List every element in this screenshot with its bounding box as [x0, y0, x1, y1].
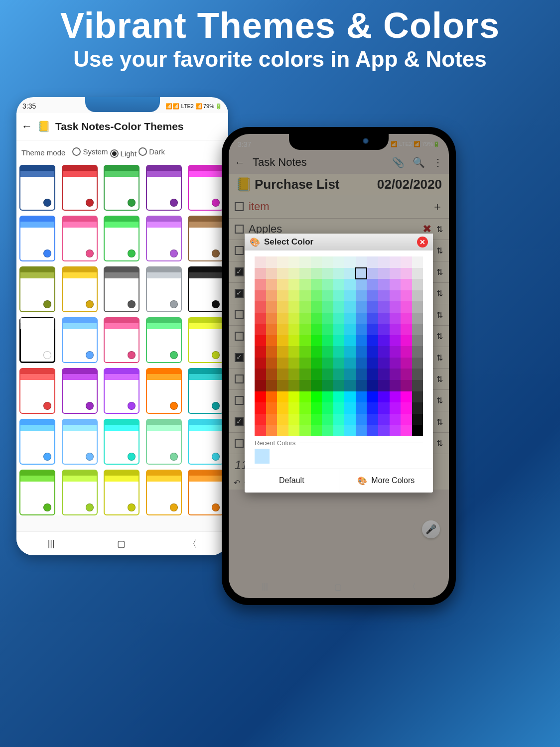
color-swatch[interactable]: [367, 369, 378, 380]
color-swatch[interactable]: [288, 391, 300, 403]
color-swatch[interactable]: [322, 313, 333, 324]
color-swatch[interactable]: [367, 335, 378, 347]
theme-card[interactable]: [104, 470, 140, 515]
theme-mode-radio[interactable]: System: [72, 147, 108, 156]
nav-home-icon[interactable]: ▢: [117, 538, 126, 549]
color-swatch[interactable]: [401, 268, 412, 279]
theme-card[interactable]: [19, 266, 55, 312]
color-swatch[interactable]: [412, 290, 423, 302]
color-swatch[interactable]: [288, 380, 300, 391]
color-swatch[interactable]: [277, 391, 288, 403]
color-swatch[interactable]: [277, 256, 288, 268]
color-swatch[interactable]: [344, 324, 356, 335]
color-swatch[interactable]: [311, 279, 322, 290]
color-swatch[interactable]: [266, 268, 278, 279]
color-swatch[interactable]: [356, 369, 367, 380]
color-swatch[interactable]: [401, 402, 412, 414]
color-swatch[interactable]: [344, 391, 356, 403]
color-swatch[interactable]: [288, 256, 300, 268]
color-swatch[interactable]: [367, 402, 378, 414]
color-swatch[interactable]: [322, 391, 333, 403]
color-swatch[interactable]: [322, 279, 333, 290]
color-swatch[interactable]: [378, 324, 390, 335]
color-swatch[interactable]: [311, 335, 322, 347]
color-swatch[interactable]: [401, 358, 412, 369]
color-swatch[interactable]: [356, 391, 367, 403]
color-swatch[interactable]: [311, 346, 322, 358]
color-swatch[interactable]: [378, 346, 390, 358]
color-swatch[interactable]: [333, 380, 345, 391]
color-swatch[interactable]: [288, 414, 300, 425]
color-swatch[interactable]: [367, 425, 378, 436]
color-swatch[interactable]: [412, 301, 423, 313]
color-swatch[interactable]: [333, 268, 345, 279]
color-swatch[interactable]: [344, 369, 356, 380]
color-swatch[interactable]: [367, 324, 378, 335]
color-swatch[interactable]: [390, 290, 401, 302]
color-swatch[interactable]: [299, 402, 311, 414]
color-swatch[interactable]: [299, 324, 311, 335]
color-swatch[interactable]: [311, 313, 322, 324]
color-swatch[interactable]: [356, 346, 367, 358]
color-swatch[interactable]: [344, 301, 356, 313]
color-swatch[interactable]: [401, 380, 412, 391]
color-swatch[interactable]: [367, 279, 378, 290]
color-swatch[interactable]: [277, 414, 288, 425]
color-swatch[interactable]: [378, 290, 390, 302]
color-swatch[interactable]: [390, 391, 401, 403]
color-swatch[interactable]: [288, 346, 300, 358]
color-swatch[interactable]: [255, 301, 266, 313]
color-swatch[interactable]: [356, 279, 367, 290]
color-swatch[interactable]: [367, 290, 378, 302]
color-swatch[interactable]: [401, 346, 412, 358]
color-swatch[interactable]: [412, 402, 423, 414]
color-swatch[interactable]: [333, 335, 345, 347]
color-swatch[interactable]: [277, 301, 288, 313]
color-swatch[interactable]: [367, 346, 378, 358]
color-swatch[interactable]: [356, 358, 367, 369]
color-swatch[interactable]: [255, 290, 266, 302]
theme-card[interactable]: [146, 419, 182, 465]
nav-back-icon[interactable]: 〈: [188, 538, 197, 550]
color-swatch[interactable]: [401, 301, 412, 313]
color-swatch[interactable]: [299, 414, 311, 425]
color-swatch[interactable]: [299, 358, 311, 369]
color-swatch[interactable]: [322, 256, 333, 268]
color-swatch[interactable]: [266, 313, 278, 324]
color-swatch[interactable]: [255, 414, 266, 425]
color-swatch[interactable]: [266, 369, 278, 380]
color-swatch[interactable]: [288, 279, 300, 290]
color-swatch[interactable]: [356, 402, 367, 414]
color-swatch[interactable]: [299, 425, 311, 436]
color-swatch[interactable]: [412, 268, 423, 279]
color-swatch[interactable]: [356, 290, 367, 302]
color-swatch[interactable]: [288, 402, 300, 414]
theme-card[interactable]: [146, 317, 182, 363]
color-swatch[interactable]: [356, 324, 367, 335]
color-swatch[interactable]: [378, 380, 390, 391]
color-swatch[interactable]: [311, 369, 322, 380]
color-swatch[interactable]: [367, 358, 378, 369]
color-swatch[interactable]: [333, 414, 345, 425]
color-swatch[interactable]: [333, 346, 345, 358]
color-swatch[interactable]: [311, 402, 322, 414]
color-swatch[interactable]: [401, 414, 412, 425]
color-swatch[interactable]: [266, 414, 278, 425]
theme-card[interactable]: [104, 419, 140, 465]
color-swatch[interactable]: [333, 358, 345, 369]
color-swatch[interactable]: [322, 358, 333, 369]
color-swatch[interactable]: [333, 301, 345, 313]
color-swatch[interactable]: [412, 335, 423, 347]
color-swatch[interactable]: [322, 369, 333, 380]
color-swatch[interactable]: [299, 346, 311, 358]
color-swatch[interactable]: [344, 313, 356, 324]
color-swatch[interactable]: [356, 335, 367, 347]
color-swatch[interactable]: [277, 402, 288, 414]
theme-card[interactable]: [19, 317, 55, 363]
theme-card[interactable]: [104, 165, 140, 211]
color-swatch[interactable]: [412, 391, 423, 403]
theme-card[interactable]: [19, 470, 55, 515]
color-swatch[interactable]: [255, 380, 266, 391]
color-swatch[interactable]: [288, 290, 300, 302]
color-swatch[interactable]: [277, 369, 288, 380]
